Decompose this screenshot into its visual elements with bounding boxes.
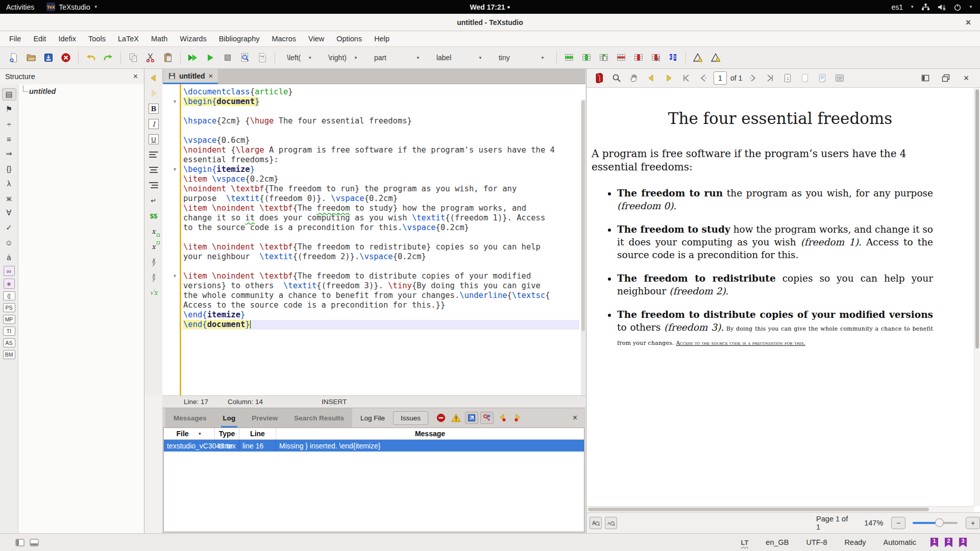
dropdown-label[interactable]: label▼ — [431, 52, 487, 63]
add-table-column-icon[interactable] — [579, 50, 594, 65]
code-line[interactable] — [183, 262, 579, 271]
tab-preview[interactable]: Preview — [243, 408, 286, 428]
single-page-icon[interactable]: 1 — [780, 71, 795, 85]
code-line[interactable]: versions} to others \textit{(freedom 3)}… — [183, 281, 579, 291]
column-header-type[interactable]: Type — [215, 428, 239, 439]
previous-error-icon[interactable] — [496, 412, 509, 424]
detach-icon[interactable] — [939, 71, 953, 85]
document-icon[interactable] — [592, 71, 606, 85]
dropdown-part[interactable]: part▼ — [369, 52, 425, 63]
code-line[interactable]: \hspace{2cm} {\huge The four essential f… — [183, 116, 579, 126]
structure-panel-close-button[interactable]: × — [133, 72, 144, 81]
symbols-operators-icon[interactable]: ÷ — [2, 118, 16, 130]
clock-button[interactable]: Wed 17:21 ● — [0, 3, 980, 11]
zoom-slider[interactable] — [913, 522, 958, 524]
align-right-icon[interactable] — [147, 179, 160, 191]
code-editor[interactable]: ▼▼▼ \documentclass{article}\begin{docume… — [162, 84, 585, 395]
grid-pages-icon[interactable] — [832, 71, 847, 85]
menu-tools[interactable]: Tools — [82, 32, 112, 45]
code-line[interactable]: Access to the source code is a precondit… — [183, 300, 579, 310]
menu-latex[interactable]: LaTeX — [112, 32, 145, 45]
symbols-arrows-icon[interactable]: ⇒ — [2, 147, 16, 160]
code-line[interactable]: to the source code is a precondition for… — [183, 223, 579, 233]
structure-view-icon[interactable]: ▤ — [2, 88, 16, 101]
dictionary-language-button[interactable]: en_GB — [766, 538, 789, 546]
find-icon[interactable] — [609, 71, 624, 85]
close-icon[interactable]: × — [959, 71, 973, 85]
italic-icon[interactable]: I — [147, 118, 160, 130]
tab-messages[interactable]: Messages — [165, 408, 215, 428]
tab-close-icon[interactable]: × — [209, 71, 213, 80]
cut-table-column-icon[interactable] — [648, 50, 664, 65]
align-table-columns-icon[interactable] — [666, 50, 681, 65]
build-and-view-icon[interactable] — [185, 50, 201, 65]
log-markers-icon[interactable] — [480, 412, 494, 424]
redo-icon[interactable] — [101, 50, 116, 65]
open-icon[interactable] — [23, 50, 39, 65]
fold-marker[interactable]: ▼ — [162, 97, 179, 107]
right-delimiter-wizard-icon[interactable] — [708, 50, 723, 65]
column-header-file[interactable]: File▼ — [164, 428, 215, 439]
code-line[interactable]: \end{itemize} — [183, 310, 579, 320]
copy-icon[interactable] — [126, 50, 141, 65]
log-table-row[interactable]: texstudio_vC3043.texerrorline 16Missing … — [164, 440, 584, 452]
symbols-greek-icon[interactable]: λ — [2, 177, 16, 189]
code-line[interactable]: \vspace{0.6cm} — [183, 136, 579, 145]
symbols-relations-icon[interactable]: ≡ — [2, 133, 16, 145]
encoding-button[interactable]: UTF-8 — [806, 538, 827, 546]
structure-tree-item[interactable]: untitled — [29, 87, 56, 95]
activities-button[interactable]: Activities — [0, 0, 40, 14]
code-line[interactable]: \begin{itemize} — [183, 165, 579, 174]
editor-scrollbar[interactable] — [581, 99, 585, 395]
fold-marker[interactable]: ▼ — [162, 165, 179, 174]
back-icon[interactable] — [147, 72, 160, 84]
asymptote-panel-icon[interactable]: AS — [3, 338, 15, 347]
next-view-icon[interactable] — [662, 71, 676, 85]
underline-icon[interactable]: U — [147, 133, 160, 145]
bookmark-3-icon[interactable]: 3 — [959, 538, 967, 547]
code-line[interactable]: \noindent \textbf{The freedom to run} th… — [183, 184, 579, 194]
pdf-hscrollbar-thumb[interactable] — [588, 508, 929, 511]
tab-log[interactable]: Log — [215, 408, 244, 428]
continuous-icon[interactable] — [798, 71, 812, 85]
log-panel-close-button[interactable]: × — [573, 413, 577, 422]
spellcheck-language-button[interactable]: LT — [741, 539, 748, 546]
symbols-misc-math-icon[interactable]: ∀ — [2, 207, 16, 219]
subscript-icon[interactable]: x — [147, 225, 160, 237]
symbols-favorites-icon[interactable]: ∗ — [4, 279, 15, 289]
line-ending-button[interactable]: Automatic — [884, 538, 916, 546]
editor-scrollbar-thumb[interactable] — [581, 101, 585, 331]
symbols-unicode-icon[interactable]: ∞ — [4, 266, 15, 276]
undo-icon[interactable] — [83, 50, 99, 65]
previous-page-icon[interactable] — [696, 71, 710, 85]
find-in-pdf-icon[interactable] — [237, 50, 253, 65]
symbols-cyrillic-icon[interactable]: ж — [2, 192, 16, 204]
dock-icon[interactable] — [918, 71, 933, 85]
code-line[interactable]: essential freedoms}: — [183, 155, 579, 165]
fold-marker[interactable]: ▼ — [162, 271, 179, 281]
code-line[interactable] — [183, 233, 579, 242]
fraction-line-icon[interactable]: xy — [147, 271, 160, 283]
page-number-input[interactable]: 1 — [714, 71, 727, 85]
pdf-vertical-scrollbar[interactable] — [974, 88, 980, 506]
symbols-accents-icon[interactable]: á — [2, 251, 16, 263]
menu-view[interactable]: View — [302, 32, 330, 45]
metapost-panel-icon[interactable]: MP — [3, 315, 15, 324]
menu-macros[interactable]: Macros — [265, 32, 302, 45]
column-header-line[interactable]: Line — [239, 428, 276, 439]
pdf-vscrollbar-thumb[interactable] — [975, 89, 979, 348]
fold-margin[interactable]: ▼▼▼ — [162, 87, 179, 330]
remove-table-column-icon[interactable] — [631, 50, 646, 65]
symbols-misc-text-icon[interactable]: ✓ — [2, 221, 16, 234]
tab-untitled[interactable]: untitled × — [163, 69, 218, 84]
code-line[interactable]: change it so it does your computing as y… — [183, 213, 579, 223]
brackets-panel-icon[interactable]: ([ — [3, 291, 15, 300]
code-line[interactable] — [183, 107, 579, 116]
menu-bibliography[interactable]: Bibliography — [213, 32, 266, 45]
next-error-icon[interactable] — [511, 412, 524, 424]
zoom-slider-thumb[interactable] — [935, 518, 944, 527]
align-left-icon[interactable] — [147, 148, 160, 161]
badboxes-filter-icon[interactable] — [465, 412, 478, 424]
font-shrink-button[interactable]: A — [605, 517, 617, 529]
add-table-row-icon[interactable] — [561, 50, 577, 65]
